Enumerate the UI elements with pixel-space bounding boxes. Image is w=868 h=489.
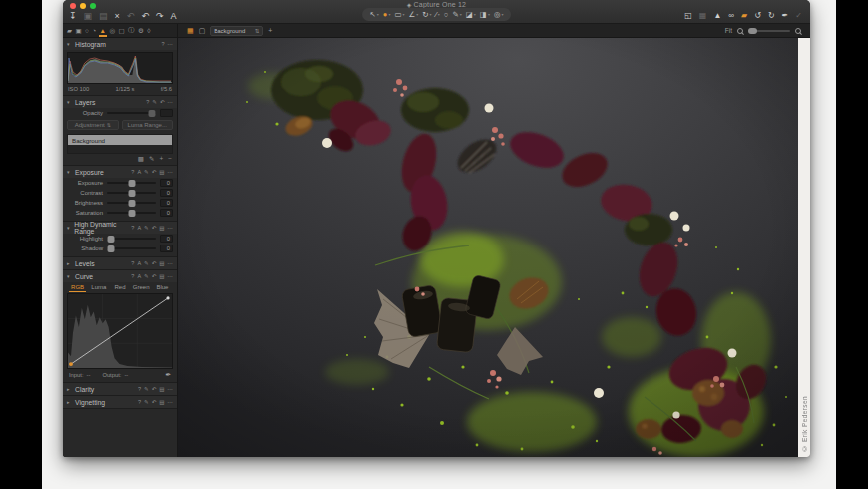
rotate-right-icon[interactable]: ↻ — [768, 10, 775, 21]
multi-view-icon[interactable]: ▦ — [187, 27, 194, 35]
curve-tab-luma[interactable]: Luma — [88, 284, 109, 292]
shadow-slider[interactable] — [107, 247, 156, 249]
linear-gradient-mask-tool-icon[interactable]: ◨▾ — [480, 10, 490, 19]
undo-icon[interactable]: ↶ — [141, 11, 149, 22]
rotate-left-icon[interactable]: ↺ — [754, 10, 761, 21]
brush-icon[interactable]: ✎ — [144, 260, 149, 266]
more-icon[interactable]: ⋯ — [168, 399, 174, 405]
import-icon[interactable]: ↧ — [69, 11, 77, 22]
luma-range-button[interactable]: Luma Range... — [122, 120, 174, 130]
help-icon[interactable]: ? — [138, 399, 141, 405]
more-icon[interactable]: ⋯ — [168, 99, 174, 105]
exposure-value[interactable]: 0 — [160, 179, 173, 187]
tab-capture-icon[interactable]: ▣ — [75, 24, 81, 37]
curve-tab-green[interactable]: Green — [131, 284, 152, 292]
tab-output-icon[interactable]: ⚙ — [138, 24, 144, 37]
delete-icon[interactable]: × — [115, 11, 120, 22]
slider-thumb[interactable] — [128, 180, 135, 187]
exposure-warning-icon[interactable]: ▲ — [713, 10, 721, 21]
browser-toggle-icon[interactable]: ▰ — [741, 10, 747, 21]
redo-icon[interactable]: ↷ — [156, 11, 164, 22]
shadow-value[interactable]: 0 — [160, 244, 173, 252]
curve-tab-blue[interactable]: Blue — [152, 284, 173, 292]
slider-thumb[interactable] — [108, 245, 115, 252]
tab-library-icon[interactable]: ▰ — [67, 24, 72, 37]
single-view-icon[interactable]: ▢ — [199, 27, 206, 35]
reset-icon[interactable]: ↶ — [152, 225, 157, 231]
proof-profile-icon[interactable]: ▦ — [699, 10, 707, 21]
radial-gradient-mask-tool-icon[interactable]: ◎▾ — [494, 10, 504, 19]
curve-graph[interactable] — [67, 293, 173, 369]
crop-tool-icon[interactable]: ▭▾ — [394, 10, 404, 19]
help-icon[interactable]: ? — [131, 273, 134, 279]
rotate-tool-icon[interactable]: ↻▾ — [422, 10, 431, 19]
focus-mask-icon[interactable]: ∞ — [728, 10, 734, 21]
reset-icon[interactable]: ↶ — [160, 99, 165, 105]
reset-icon[interactable]: ↶ — [152, 399, 157, 405]
brightness-slider[interactable] — [107, 202, 156, 204]
reset-icon[interactable]: ↶ — [152, 260, 157, 266]
help-icon[interactable]: ? — [138, 386, 141, 392]
saturation-slider[interactable] — [107, 212, 156, 214]
curve-header[interactable]: ▾ Curve ? A ✎ ↶ ▤ ⋯ — [63, 270, 177, 282]
straighten-tool-icon[interactable]: ∠▾ — [409, 10, 419, 19]
draw-mask-icon[interactable]: ✎ — [149, 156, 154, 162]
mask-overlay-icon[interactable]: ▩ — [138, 156, 144, 162]
presets-icon[interactable]: A — [137, 260, 141, 266]
draw-mask-tool-icon[interactable]: ✎▾ — [452, 10, 461, 19]
help-icon[interactable]: ? — [131, 260, 134, 266]
tab-metadata-icon[interactable]: ⓘ — [128, 24, 135, 37]
copy-apply-icon[interactable]: ▤ — [159, 260, 164, 266]
capture-icon[interactable]: ▣ — [84, 11, 93, 22]
select-tool-icon[interactable]: ↖▾ — [370, 10, 379, 19]
presets-icon[interactable]: A — [137, 169, 141, 175]
brush-icon[interactable]: ✎ — [144, 399, 149, 405]
remove-layer-icon[interactable]: − — [168, 156, 172, 162]
tab-lens-icon[interactable]: ○ — [85, 24, 89, 37]
layers-header[interactable]: ▾ Layers ? ✎ ↶ ⋯ — [63, 96, 177, 108]
help-icon[interactable]: ? — [146, 99, 149, 105]
help-icon[interactable]: ? — [161, 41, 164, 47]
pan-tool-icon[interactable]: ●▾ — [383, 10, 391, 19]
exposure-header[interactable]: ▾ Exposure ? A ✎ ↶ ▤ ⋯ — [63, 166, 177, 178]
eyedropper-icon[interactable]: ✒ — [165, 371, 171, 379]
brush-icon[interactable]: ✎ — [144, 169, 149, 175]
opacity-slider[interactable] — [107, 112, 156, 114]
more-icon[interactable]: ⋯ — [168, 273, 174, 279]
contrast-slider[interactable] — [107, 192, 156, 194]
highlight-slider[interactable] — [107, 238, 156, 240]
copy-apply-icon[interactable]: ▤ — [159, 273, 164, 279]
tab-crop-icon[interactable]: ▢ — [118, 24, 124, 37]
zoom-slider-thumb[interactable] — [748, 28, 757, 34]
adjustment-dropdown[interactable]: Adjustment ⇅ — [67, 120, 119, 130]
slider-thumb[interactable] — [128, 200, 135, 207]
copy-apply-icon[interactable]: ▤ — [159, 169, 164, 175]
help-icon[interactable]: ? — [131, 225, 134, 231]
presets-icon[interactable]: A — [137, 225, 141, 231]
reset-icon[interactable]: ↶ — [152, 386, 157, 392]
add-layer-icon[interactable]: + — [159, 156, 163, 162]
tab-batch-icon[interactable]: ◊ — [147, 24, 150, 37]
brush-icon[interactable]: ✎ — [144, 386, 149, 392]
revert-icon[interactable]: ↶ — [127, 11, 135, 22]
levels-header[interactable]: ▸ Levels ? A ✎ ↶ ▤ ⋯ — [63, 257, 177, 269]
tab-color-icon[interactable]: ◔ — [92, 24, 96, 37]
fit-label[interactable]: Fit — [725, 27, 732, 34]
vignetting-header[interactable]: ▸ Vignetting ? ✎ ↶ ▤ ⋯ — [63, 396, 177, 408]
keystone-tool-icon[interactable]: ⁄▾ — [436, 10, 440, 19]
clarity-header[interactable]: ▸ Clarity ? ✎ ↶ ▤ ⋯ — [63, 383, 177, 395]
zoom-slider[interactable] — [748, 30, 790, 32]
saturation-value[interactable]: 0 — [160, 209, 173, 217]
erase-mask-tool-icon[interactable]: ◪▾ — [466, 10, 476, 19]
brush-icon[interactable]: ✎ — [144, 273, 149, 279]
annotations-icon[interactable]: A — [170, 11, 176, 22]
highlight-value[interactable]: 0 — [160, 235, 173, 243]
cursor-pen-icon[interactable]: ✒ — [782, 10, 789, 21]
copy-apply-icon[interactable]: ▤ — [159, 386, 164, 392]
more-icon[interactable]: ⋯ — [168, 41, 174, 47]
reset-icon[interactable]: ↶ — [152, 273, 157, 279]
add-layer-icon[interactable]: + — [268, 27, 272, 34]
slider-thumb[interactable] — [128, 210, 135, 217]
layer-selector[interactable]: Background ⇅ — [210, 26, 263, 36]
more-icon[interactable]: ⋯ — [168, 260, 174, 266]
